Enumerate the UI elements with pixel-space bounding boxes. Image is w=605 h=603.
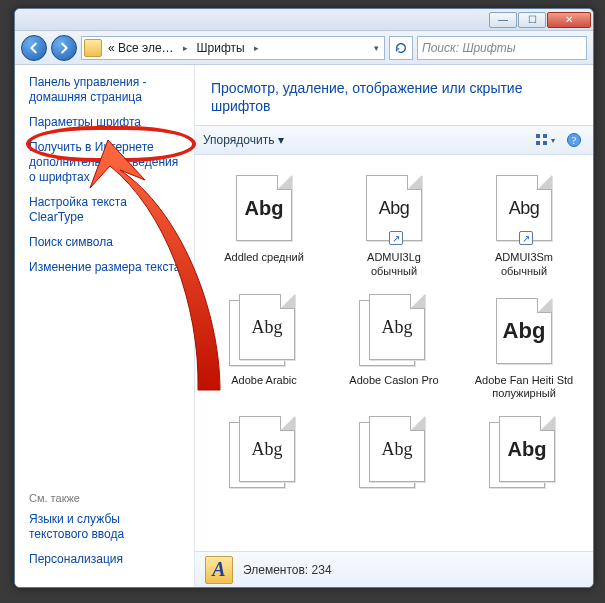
- font-sample-text: Abg: [497, 318, 551, 344]
- svg-rect-3: [543, 141, 547, 145]
- fonts-folder-icon: A: [205, 556, 233, 584]
- font-sample-text: Abg: [240, 439, 294, 460]
- address-bar[interactable]: « Все эле… ▸ Шрифты ▸ ▾: [81, 36, 385, 60]
- seealso-heading: См. также: [29, 492, 182, 504]
- chevron-down-icon: ▾: [278, 133, 284, 147]
- font-sample-text: Abg: [367, 198, 421, 219]
- chevron-right-icon[interactable]: ▸: [180, 43, 191, 53]
- font-sample-text: Abg: [240, 316, 294, 337]
- breadcrumb-current[interactable]: Шрифты: [195, 41, 247, 55]
- font-file-icon: Abg↗: [355, 169, 433, 247]
- chevron-down-icon[interactable]: ▾: [371, 43, 382, 53]
- chevron-down-icon: ▾: [551, 136, 555, 145]
- refresh-button[interactable]: [389, 36, 413, 60]
- font-file-icon: Abg: [355, 414, 433, 492]
- explorer-window: — ☐ ✕ « Все эле… ▸ Шрифты ▸ ▾ Поиск: Шри…: [14, 8, 594, 588]
- font-file-icon: Abg: [355, 292, 433, 370]
- font-item[interactable]: Abg: [331, 410, 457, 500]
- font-file-icon: Abg↗: [485, 169, 563, 247]
- sidebar: Панель управления - домашняя страница Па…: [15, 65, 195, 587]
- maximize-button[interactable]: ☐: [518, 12, 546, 28]
- font-item[interactable]: AbgAdobe Arabic: [201, 288, 327, 404]
- close-button[interactable]: ✕: [547, 12, 591, 28]
- minimize-button[interactable]: —: [489, 12, 517, 28]
- font-grid[interactable]: AbgAddled среднийAbg↗ADMUI3Lg обычныйAbg…: [195, 155, 593, 551]
- font-item[interactable]: Abg↗ADMUI3Lg обычный: [331, 165, 457, 281]
- font-item[interactable]: Abg↗ADMUI3Sm обычный: [461, 165, 587, 281]
- chevron-right-icon[interactable]: ▸: [251, 43, 262, 53]
- nav-forward-button[interactable]: [51, 35, 77, 61]
- sidebar-link-cleartype[interactable]: Настройка текста ClearType: [29, 195, 182, 225]
- arrow-right-icon: [57, 41, 71, 55]
- font-sample-text: Abg: [370, 316, 424, 337]
- help-icon: ?: [566, 132, 582, 148]
- font-label: Addled средний: [224, 251, 304, 264]
- sidebar-link-more-fonts-online[interactable]: Получить в Интернете дополнительные свед…: [29, 140, 182, 185]
- font-file-icon: Abg: [485, 292, 563, 370]
- nav-back-button[interactable]: [21, 35, 47, 61]
- sidebar-seealso-personalization[interactable]: Персонализация: [29, 552, 182, 567]
- search-input[interactable]: Поиск: Шрифты: [417, 36, 587, 60]
- sidebar-link-text-size[interactable]: Изменение размера текста: [29, 260, 182, 275]
- font-item[interactable]: AbgAddled средний: [201, 165, 327, 281]
- font-label: Adobe Caslon Pro: [349, 374, 438, 387]
- folder-icon: [84, 39, 102, 57]
- view-button[interactable]: ▾: [533, 129, 555, 151]
- font-item[interactable]: AbgAdobe Caslon Pro: [331, 288, 457, 404]
- svg-text:?: ?: [572, 135, 577, 146]
- sidebar-link-font-params[interactable]: Параметры шрифта: [29, 115, 182, 130]
- view-icon: [534, 132, 550, 148]
- svg-rect-1: [543, 134, 547, 138]
- svg-rect-2: [536, 141, 540, 145]
- content-pane: Просмотр, удаление, отображение или скры…: [195, 65, 593, 587]
- status-bar: A Элементов: 234: [195, 551, 593, 587]
- organize-button[interactable]: Упорядочить ▾: [203, 133, 284, 147]
- svg-rect-0: [536, 134, 540, 138]
- font-item[interactable]: AbgAdobe Fan Heiti Std полужирный: [461, 288, 587, 404]
- arrow-left-icon: [27, 41, 41, 55]
- font-sample-text: Abg: [497, 198, 551, 219]
- font-sample-text: Abg: [237, 197, 291, 220]
- shortcut-overlay-icon: ↗: [389, 231, 403, 245]
- font-label: ADMUI3Sm обычный: [474, 251, 574, 277]
- sidebar-link-find-char[interactable]: Поиск символа: [29, 235, 182, 250]
- status-text: Элементов: 234: [243, 563, 332, 577]
- font-file-icon: Abg: [225, 169, 303, 247]
- font-sample-text: Abg: [500, 438, 554, 461]
- shortcut-overlay-icon: ↗: [519, 231, 533, 245]
- navbar: « Все эле… ▸ Шрифты ▸ ▾ Поиск: Шрифты: [15, 31, 593, 65]
- font-sample-text: Abg: [370, 439, 424, 460]
- titlebar: — ☐ ✕: [15, 9, 593, 31]
- font-label: Adobe Arabic: [231, 374, 296, 387]
- font-item[interactable]: Abg: [461, 410, 587, 500]
- font-file-icon: Abg: [225, 414, 303, 492]
- font-item[interactable]: Abg: [201, 410, 327, 500]
- font-label: ADMUI3Lg обычный: [344, 251, 444, 277]
- sidebar-seealso-languages[interactable]: Языки и службы текстового ввода: [29, 512, 182, 542]
- font-file-icon: Abg: [485, 414, 563, 492]
- sidebar-link-home[interactable]: Панель управления - домашняя страница: [29, 75, 182, 105]
- page-title: Просмотр, удаление, отображение или скры…: [195, 65, 593, 125]
- search-placeholder: Поиск: Шрифты: [422, 41, 516, 55]
- organize-label: Упорядочить: [203, 133, 274, 147]
- font-file-icon: Abg: [225, 292, 303, 370]
- toolbar: Упорядочить ▾ ▾ ?: [195, 125, 593, 155]
- font-label: Adobe Fan Heiti Std полужирный: [474, 374, 574, 400]
- help-button[interactable]: ?: [563, 129, 585, 151]
- refresh-icon: [394, 41, 408, 55]
- breadcrumb-root[interactable]: « Все эле…: [106, 41, 176, 55]
